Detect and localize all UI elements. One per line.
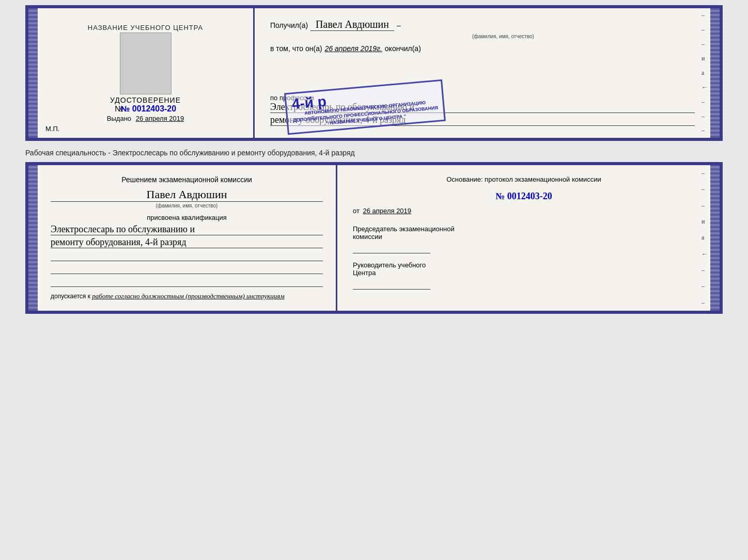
ot-line: от 26 апреля 2019 bbox=[353, 207, 695, 215]
spine-bottom-right bbox=[710, 165, 720, 311]
okonchil-label: окончил(а) bbox=[385, 44, 421, 53]
rukovoditel-block: Руководитель учебного Центра bbox=[353, 261, 695, 290]
rukovoditel-line2: Центра bbox=[353, 269, 695, 277]
training-center-title: НАЗВАНИЕ УЧЕБНОГО ЦЕНТРА bbox=[88, 24, 203, 31]
spine-bottom-left bbox=[28, 165, 38, 311]
vtom-label: в том, что он(а) bbox=[270, 44, 322, 53]
poluchil-label: Получил(а) bbox=[270, 21, 308, 29]
prisvoena-label: присвоена квалификация bbox=[51, 214, 323, 221]
chairman-block: Председатель экзаменационной комиссии bbox=[353, 225, 695, 253]
chairman-line1: Председатель экзаменационной bbox=[353, 225, 695, 233]
kvalif-line1: Электрослесарь по обслуживанию и bbox=[51, 224, 323, 235]
osnovanie-label: Основание: протокол экзаменационной коми… bbox=[353, 175, 695, 183]
bottom-number: № 0012403-20 bbox=[353, 191, 695, 202]
dopusk-text: работе согласно должностным (производств… bbox=[92, 292, 284, 300]
udostoverenie-label: УДОСТОВЕРЕНИЕ bbox=[110, 96, 181, 104]
bottom-name: Павел Авдюшин bbox=[51, 188, 323, 202]
cert-top-right: Получил(а) Павел Авдюшин – (фамилия, имя… bbox=[255, 8, 710, 138]
spine-left bbox=[28, 8, 38, 138]
cert-number-value: № 0012403-20 bbox=[120, 104, 176, 113]
photo-placeholder bbox=[120, 33, 172, 94]
ot-label: от bbox=[353, 207, 360, 215]
kvalif-line2: ремонту оборудования, 4-й разряд bbox=[51, 237, 323, 248]
separator-text: Рабочая специальность - Электрослесарь п… bbox=[25, 145, 723, 161]
ot-date: 26 апреля 2019 bbox=[363, 207, 412, 215]
stamp-area: 4-й р АВТОНОМНУЮ НЕКОММЕРЧЕСКУЮ ОРГАНИЗА… bbox=[270, 58, 695, 89]
resheniem-title: Решением экзаменационной комиссии bbox=[51, 175, 323, 184]
vtom-line: в том, что он(а) 26 апреля 2019г. окончи… bbox=[270, 44, 695, 53]
side-dashes-bottom-right: –––иа←––– bbox=[702, 165, 708, 311]
vtom-date: 26 апреля 2019г. bbox=[325, 44, 382, 53]
fio-caption-top: (фамилия, имя, отчество) bbox=[311, 34, 695, 39]
cert-bottom-left: Решением экзаменационной комиссии Павел … bbox=[38, 165, 337, 311]
dopuskaetsya-block: допускается к работе согласно должностны… bbox=[51, 292, 323, 300]
fio-caption-bottom: (фамилия, имя, отчество) bbox=[51, 203, 323, 209]
side-dashes-right: –––иа←––– bbox=[702, 8, 708, 138]
vydano-date: 26 апреля 2019 bbox=[136, 115, 184, 122]
chairman-sig-line bbox=[353, 243, 430, 253]
poluchil-name: Павел Авдюшин bbox=[310, 19, 394, 31]
cert-number: № № 0012403-20 bbox=[110, 104, 181, 114]
vydano-line: Выдано 26 апреля 2019 bbox=[107, 115, 184, 122]
sig-line3 bbox=[51, 277, 323, 287]
rukovoditel-sig-line bbox=[353, 279, 430, 290]
rukovoditel-line1: Руководитель учебного bbox=[353, 261, 695, 269]
dash-symbol: – bbox=[397, 21, 401, 29]
dopusk-label: допускается к bbox=[51, 293, 90, 300]
chairman-line2: комиссии bbox=[353, 233, 695, 241]
spine-right bbox=[710, 8, 720, 138]
certificate-top: НАЗВАНИЕ УЧЕБНОГО ЦЕНТРА УДОСТОВЕРЕНИЕ №… bbox=[25, 5, 723, 141]
mp-label: М.П. bbox=[45, 125, 59, 133]
poluchil-line: Получил(а) Павел Авдюшин – bbox=[270, 19, 695, 31]
cert-bottom-right: Основание: протокол экзаменационной коми… bbox=[337, 165, 710, 311]
vydano-label: Выдано bbox=[107, 115, 131, 122]
org-block-wrapper bbox=[270, 58, 695, 89]
udostoverenie-block: УДОСТОВЕРЕНИЕ № № 0012403-20 bbox=[110, 96, 181, 114]
certificate-bottom: Решением экзаменационной комиссии Павел … bbox=[25, 162, 723, 314]
cert-top-left: НАЗВАНИЕ УЧЕБНОГО ЦЕНТРА УДОСТОВЕРЕНИЕ №… bbox=[38, 8, 255, 138]
sig-line2 bbox=[51, 264, 323, 274]
sig-line1 bbox=[51, 251, 323, 261]
name-block: Павел Авдюшин (фамилия, имя, отчество) bbox=[51, 188, 323, 209]
